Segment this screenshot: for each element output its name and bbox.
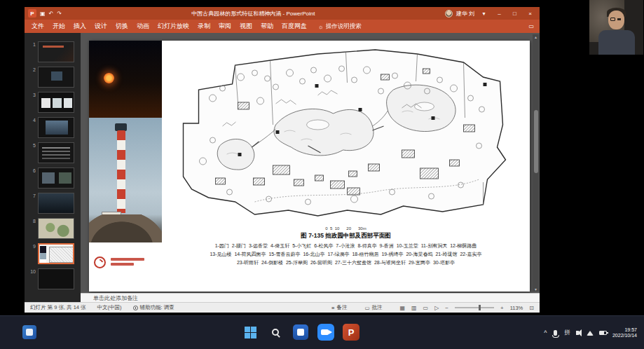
powerpoint-window: P ▣ ↶ ↷ 中国古典园林的形式特征和精神内涵 - PowerPoint 建华… (25, 7, 540, 313)
ime-indicator[interactable]: 拼 (564, 329, 570, 337)
slideshow-button[interactable]: ▷ (434, 305, 439, 311)
taskbar-center-icons: P (241, 323, 360, 341)
thumbnail-image[interactable] (38, 218, 74, 239)
window-title: 中国古典园林的形式特征和精神内涵 - PowerPoint (65, 10, 441, 18)
tab-slideshow[interactable]: 幻灯片放映 (153, 20, 193, 33)
thumbnail-image[interactable] (38, 142, 74, 163)
tab-insert[interactable]: 插入 (69, 20, 90, 33)
tab-design[interactable]: 设计 (90, 20, 111, 33)
search-button[interactable] (266, 323, 285, 341)
thumbnail-image[interactable] (38, 67, 74, 88)
slide-sorter-view-button[interactable]: ▥ (411, 305, 417, 311)
taskbar-app-powerpoint[interactable]: P (342, 323, 360, 341)
thumbnail-image[interactable] (38, 92, 74, 113)
title-bar: P ▣ ↶ ↷ 中国古典园林的形式特征和精神内涵 - PowerPoint 建华… (25, 7, 540, 20)
sunset-photo (89, 41, 162, 118)
taskbar-clock[interactable]: 19:57 2022/10/14 (612, 327, 637, 339)
fit-to-window-button[interactable]: ⊡ (529, 305, 534, 311)
notes-pane[interactable]: 单击此处添加备注 (81, 293, 540, 302)
normal-view-button[interactable]: ▦ (399, 305, 405, 311)
start-button[interactable] (241, 323, 259, 341)
tab-help[interactable]: 帮助 (256, 20, 278, 33)
slide-thumbnail-3[interactable]: 3 (28, 92, 81, 113)
slide-number: 10 (28, 268, 36, 274)
tab-animations[interactable]: 动画 (132, 20, 153, 33)
figure-legend-line-2: 13-见山楼 14-荷风四面亭 15-雪香云蔚亭 16-北山亭 17-绿漪亭 1… (210, 251, 481, 257)
accessibility-icon (133, 306, 138, 310)
ribbon-display-options-icon[interactable]: ▾ (478, 11, 490, 17)
search-icon (272, 329, 279, 336)
lighthouse-photo (89, 118, 162, 242)
hidden-icons-chevron[interactable]: ^ (544, 329, 547, 336)
speaker-icon[interactable] (576, 331, 579, 335)
redo-icon[interactable]: ↷ (57, 11, 62, 17)
scrollbar-thumb[interactable] (534, 110, 538, 173)
slide-thumbnail-4[interactable]: 4 (28, 117, 81, 138)
tab-baidu-netdisk[interactable]: 百度网盘 (278, 20, 311, 33)
slide-thumbnail-7[interactable]: 7 (28, 193, 81, 214)
undo-icon[interactable]: ↶ (49, 11, 54, 17)
taskbar-system-tray: ^ 拼 19:57 2022/10/14 (544, 322, 637, 344)
zoom-level[interactable]: 113% (510, 305, 523, 311)
reading-view-button[interactable]: ▭ (423, 305, 429, 311)
microphone-icon[interactable] (554, 330, 557, 336)
zoom-out-button[interactable]: − (445, 305, 448, 311)
close-button[interactable]: × (524, 11, 536, 17)
accessibility-checker[interactable]: 辅助功能: 调查 (133, 304, 174, 311)
slide-thumbnail-10[interactable]: 10 (28, 268, 81, 289)
tab-file[interactable]: 文件 (27, 20, 48, 33)
user-name: 建华 刘 (456, 10, 474, 18)
video-camera-icon (317, 324, 334, 341)
thumbnail-image[interactable] (38, 243, 74, 264)
notes-toggle[interactable]: ≡ 备注 (331, 304, 347, 311)
minimize-button[interactable]: – (493, 11, 505, 17)
thumbnail-image[interactable] (38, 117, 74, 138)
scroll-down-icon[interactable]: ▾ (535, 287, 537, 292)
slide-thumbnail-5[interactable]: 5 (28, 142, 81, 163)
scroll-up-icon[interactable]: ▴ (535, 34, 537, 39)
screen: P ▣ ↶ ↷ 中国古典园林的形式特征和精神内涵 - PowerPoint 建华… (0, 0, 644, 349)
tab-home[interactable]: 开始 (48, 20, 69, 33)
save-icon[interactable]: ▣ (40, 11, 46, 17)
zoom-in-button[interactable]: + (500, 305, 504, 311)
tab-view[interactable]: 视图 (235, 20, 256, 33)
thumbnail-image[interactable] (38, 268, 74, 289)
slide-number: 4 (28, 117, 36, 123)
clock-date: 2022/10/14 (612, 333, 637, 339)
school-logo-block (89, 242, 162, 292)
tell-me-search[interactable]: ☼ 操作说明搜索 (318, 22, 362, 31)
user-avatar[interactable] (445, 10, 453, 18)
tab-record[interactable]: 录制 (193, 20, 214, 33)
taskbar-corner-icon[interactable] (22, 325, 36, 339)
slide-editing-area: 0 5 10 20 30m 图 7-135 拙政园中部及西部平面图 1-园门 2… (81, 33, 540, 293)
tab-transitions[interactable]: 切换 (111, 20, 132, 33)
zoom-slider-thumb[interactable] (479, 305, 481, 310)
slide-thumbnail-9-selected[interactable]: 9 (28, 243, 81, 264)
slide-thumbnail-1[interactable]: 1 (28, 41, 81, 62)
webcam-overlay[interactable] (589, 0, 643, 55)
slide-thumbnail-8[interactable]: 8 (28, 218, 81, 239)
maximize-button[interactable]: □ (509, 11, 521, 17)
zoom-slider[interactable] (455, 307, 494, 308)
taskbar-app-meeting[interactable] (317, 323, 335, 341)
tab-review[interactable]: 审阅 (214, 20, 235, 33)
garden-plan-drawing (167, 42, 524, 226)
slide-thumbnail-6[interactable]: 6 (28, 167, 81, 189)
slide-canvas[interactable]: 0 5 10 20 30m 图 7-135 拙政园中部及西部平面图 1-园门 2… (89, 41, 530, 292)
slide-number: 9 (28, 243, 36, 249)
thumbnail-image[interactable] (38, 193, 74, 214)
garden-plan-figure: 0 5 10 20 30m 图 7-135 拙政园中部及西部平面图 1-园门 2… (167, 42, 524, 290)
lighthouse-rocks (89, 214, 162, 242)
slide-thumbnail-2[interactable]: 2 (28, 67, 81, 88)
taskbar-app-window[interactable] (292, 323, 310, 341)
thumbnail-image[interactable] (38, 41, 74, 62)
thumbnail-image[interactable] (38, 167, 74, 189)
windows-logo-icon (245, 327, 256, 338)
battery-icon[interactable] (599, 331, 607, 335)
comments-icon[interactable]: ▭ (528, 23, 534, 29)
figure-legend-line-3: 23-听雨轩 24-倒影楼 25-浮翠阁 26-留听阁 27-三十六鸳鸯馆 28… (237, 259, 455, 266)
network-icon[interactable] (587, 331, 594, 336)
language-indicator[interactable]: 中文(中国) (97, 304, 122, 311)
comments-toggle[interactable]: ▭ 批注 (364, 304, 382, 311)
powerpoint-app-icon: P (343, 324, 359, 341)
